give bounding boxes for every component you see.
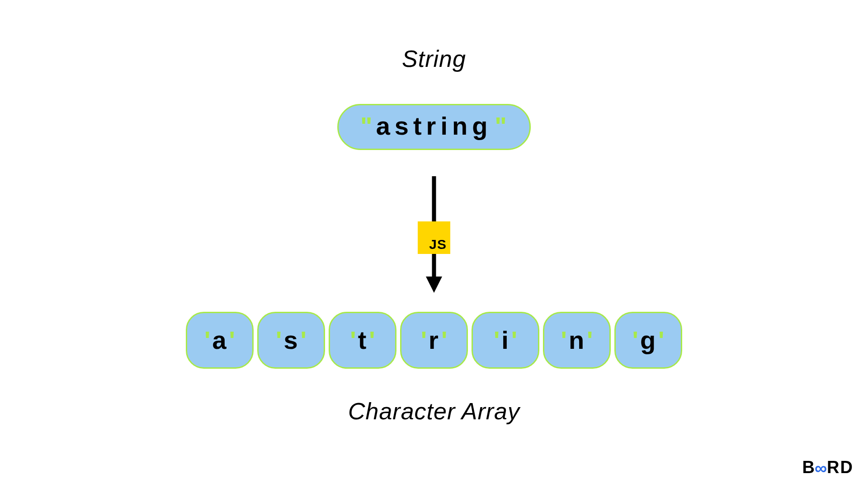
brand-infinity-icon: ∞ [815,459,828,478]
closing-double-quote: " [495,113,508,139]
char-cell: ' a ' [186,312,254,369]
char-value: g [640,328,656,353]
js-badge-text: JS [429,237,447,252]
svg-marker-1 [426,277,442,293]
brand-b: B [802,458,816,477]
opening-single-quote: ' [421,328,427,353]
string-pill: " astring " [337,104,531,150]
char-value: r [429,328,439,353]
char-value: s [283,328,298,353]
opening-single-quote: ' [204,328,210,353]
closing-single-quote: ' [587,328,593,353]
closing-single-quote: ' [441,328,447,353]
closing-single-quote: ' [511,328,517,353]
char-value: i [501,328,509,353]
closing-single-quote: ' [301,328,307,353]
char-value: a [212,328,227,353]
opening-single-quote: ' [561,328,567,353]
char-cell: ' r ' [400,312,468,369]
char-value: n [569,328,585,353]
char-value: t [358,328,368,353]
char-cell: ' n ' [543,312,611,369]
closing-single-quote: ' [369,328,375,353]
opening-single-quote: ' [632,328,638,353]
js-badge: JS [418,221,450,254]
opening-double-quote: " [360,113,373,139]
opening-single-quote: ' [276,328,282,353]
brand-rd: RD [827,458,854,477]
top-label: String [0,45,868,72]
closing-single-quote: ' [658,328,664,353]
opening-single-quote: ' [494,328,500,353]
character-array-row: ' a ' ' s ' ' t ' ' r ' ' i ' ' n ' [186,312,682,369]
opening-single-quote: ' [350,328,356,353]
char-cell: ' i ' [472,312,539,369]
closing-single-quote: ' [229,328,235,353]
char-cell: ' s ' [257,312,325,369]
string-value: astring [376,113,492,139]
char-cell: ' t ' [329,312,396,369]
char-cell: ' g ' [614,312,682,369]
bottom-label: Character Array [0,398,868,425]
brand-logo: B∞RD [802,458,854,477]
diagram-canvas: String " astring " JS ' a ' ' s ' ' t ' [0,0,868,488]
